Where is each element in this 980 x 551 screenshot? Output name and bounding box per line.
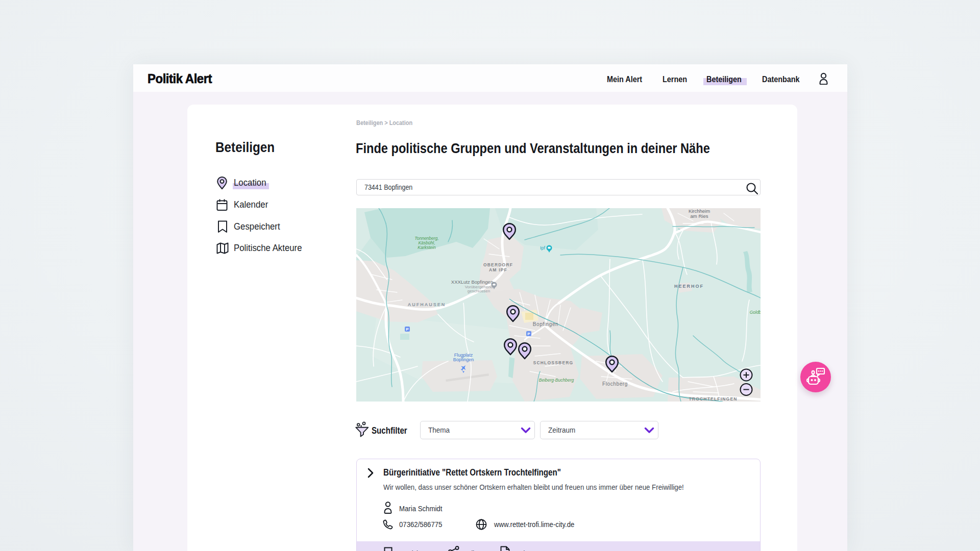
- svg-text:AM IPF: AM IPF: [489, 267, 507, 272]
- svg-text:HEERHOF: HEERHOF: [674, 284, 704, 289]
- svg-text:Karkstein: Karkstein: [418, 245, 436, 250]
- svg-text:OBERDORF: OBERDORF: [483, 262, 513, 267]
- svg-text:Beiberg-Buchberg: Beiberg-Buchberg: [539, 378, 574, 383]
- svg-text:Bopfingen: Bopfingen: [453, 357, 474, 362]
- svg-text:AUFHAUSEN: AUFHAUSEN: [408, 302, 446, 307]
- svg-text:XXXLutz Bopfingen: XXXLutz Bopfingen: [451, 279, 493, 285]
- svg-text:TROCHTELFINGEN: TROCHTELFINGEN: [689, 396, 737, 402]
- svg-text:geschlossen: geschlossen: [468, 289, 490, 293]
- svg-text:Bopfingen: Bopfingen: [533, 321, 558, 327]
- svg-text:Ipf: Ipf: [540, 245, 546, 251]
- svg-text:SCHLOSSBERG: SCHLOSSBERG: [533, 360, 574, 365]
- svg-text:P: P: [406, 327, 409, 332]
- svg-text:Goldb: Goldb: [750, 310, 761, 315]
- svg-text:am Ries: am Ries: [691, 213, 708, 219]
- svg-text:P: P: [527, 332, 530, 336]
- svg-text:Flochberg: Flochberg: [602, 381, 628, 387]
